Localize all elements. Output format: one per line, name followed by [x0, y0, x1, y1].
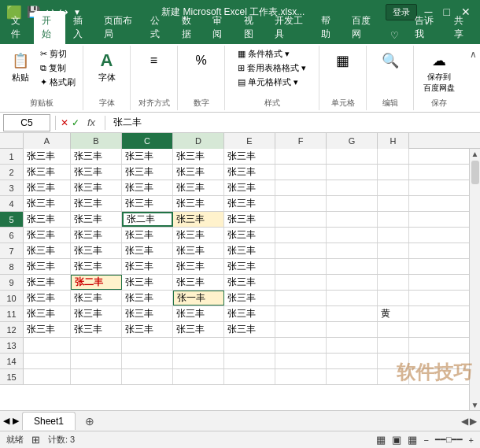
row-header-14[interactable]: 14 [0, 354, 24, 368]
row-header-6[interactable]: 6 [0, 228, 24, 243]
cell-a1[interactable]: 张三丰 [24, 149, 71, 164]
cell-c10[interactable]: 张三丰 [122, 291, 173, 305]
zoom-slider[interactable]: ━━□━━ [435, 435, 463, 445]
cell-h12[interactable] [378, 322, 409, 337]
cell-c14[interactable] [122, 354, 173, 368]
row-header-12[interactable]: 12 [0, 322, 24, 337]
col-header-e[interactable]: E [224, 133, 275, 149]
row-header-7[interactable]: 7 [0, 243, 24, 258]
cell-e1[interactable]: 张三丰 [224, 149, 275, 164]
row-header-5[interactable]: 5 [0, 212, 24, 227]
alignment-button[interactable]: ≡ [138, 47, 170, 74]
cell-c8[interactable]: 张三丰 [122, 259, 173, 274]
cell-e11[interactable]: 张三丰 [224, 306, 275, 321]
cell-f14[interactable] [275, 354, 327, 368]
tab-formula[interactable]: 公式 [142, 11, 173, 44]
cell-d7[interactable]: 张三丰 [173, 243, 224, 258]
number-button[interactable]: % [186, 47, 217, 74]
cell-h8[interactable] [378, 259, 409, 274]
cell-g4[interactable] [327, 196, 378, 211]
row-header-13[interactable]: 13 [0, 338, 24, 353]
formula-input[interactable] [110, 114, 477, 131]
vertical-scrollbar[interactable]: ▲ ▼ [469, 149, 480, 410]
cell-f1[interactable] [275, 149, 327, 164]
sheet-tab-sheet1[interactable]: Sheet1 [22, 412, 76, 430]
cell-a8[interactable]: 张三丰 [24, 259, 71, 274]
cell-g5[interactable] [327, 212, 378, 227]
cell-e15[interactable] [224, 369, 275, 384]
cell-e5[interactable]: 张三丰 [224, 212, 275, 227]
tab-file[interactable]: 文件 [3, 11, 34, 44]
editing-button[interactable]: 🔍 [375, 47, 406, 74]
cell-f12[interactable] [275, 322, 327, 337]
cell-d11[interactable]: 张三丰 [173, 306, 224, 321]
cell-d2[interactable]: 张三丰 [173, 165, 224, 180]
cell-h15[interactable] [378, 369, 409, 384]
cell-a14[interactable] [24, 354, 71, 368]
cell-g15[interactable] [327, 369, 378, 384]
cell-a2[interactable]: 张三丰 [24, 165, 71, 180]
cell-h11[interactable]: 黄 [378, 306, 409, 321]
cell-g11[interactable] [327, 306, 378, 321]
cell-style-button[interactable]: ▤ 单元格样式 ▾ [235, 76, 308, 89]
cell-a10[interactable]: 张三丰 [24, 291, 71, 305]
cell-c2[interactable]: 张三丰 [122, 165, 173, 180]
cell-a13[interactable] [24, 338, 71, 353]
cell-c4[interactable]: 张三丰 [122, 196, 173, 211]
paste-button[interactable]: 📋 粘贴 [5, 47, 36, 86]
tab-insert[interactable]: 插入 [65, 11, 96, 44]
cell-e3[interactable]: 张三丰 [224, 180, 275, 195]
row-header-2[interactable]: 2 [0, 165, 24, 180]
row-header-9[interactable]: 9 [0, 275, 24, 290]
cell-c11[interactable]: 张三丰 [122, 306, 173, 321]
col-header-c[interactable]: C [122, 133, 173, 149]
cell-e14[interactable] [224, 354, 275, 368]
row-header-8[interactable]: 8 [0, 259, 24, 274]
scroll-bar-right[interactable]: ▶ [470, 416, 477, 427]
cell-g2[interactable] [327, 165, 378, 180]
cell-h14[interactable] [378, 354, 409, 368]
cell-e10[interactable]: 张三丰 [224, 291, 275, 305]
page-layout-view-button[interactable]: ▣ [392, 434, 401, 446]
cell-b13[interactable] [71, 338, 122, 353]
tab-baidu[interactable]: 百度网 [344, 11, 382, 44]
tab-data[interactable]: 数据 [174, 11, 205, 44]
cell-f9[interactable] [275, 275, 327, 290]
row-header-10[interactable]: 10 [0, 291, 24, 305]
cell-d8[interactable]: 张三丰 [173, 259, 224, 274]
tab-developer[interactable]: 开发工具 [267, 11, 313, 44]
cell-e2[interactable]: 张三丰 [224, 165, 275, 180]
scroll-down-arrow[interactable]: ▼ [471, 400, 480, 410]
cell-f8[interactable] [275, 259, 327, 274]
cell-f7[interactable] [275, 243, 327, 258]
cell-e8[interactable]: 张三丰 [224, 259, 275, 274]
cell-f5[interactable] [275, 212, 327, 227]
tab-page-layout[interactable]: 页面布局 [96, 11, 142, 44]
cell-a12[interactable]: 张三丰 [24, 322, 71, 337]
cell-c13[interactable] [122, 338, 173, 353]
col-header-d[interactable]: D [173, 133, 224, 149]
tab-home[interactable]: 开始 [34, 11, 65, 44]
cell-g9[interactable] [327, 275, 378, 290]
cell-g13[interactable] [327, 338, 378, 353]
cell-c15[interactable] [122, 369, 173, 384]
cell-e9[interactable]: 张三丰 [224, 275, 275, 290]
cell-b12[interactable]: 张三丰 [71, 322, 122, 337]
cell-f13[interactable] [275, 338, 327, 353]
cell-h5[interactable] [378, 212, 409, 227]
tab-review[interactable]: 审阅 [205, 11, 235, 44]
col-header-f[interactable]: F [275, 133, 327, 149]
row-header-4[interactable]: 4 [0, 196, 24, 211]
col-header-h[interactable]: H [378, 133, 409, 149]
cell-a11[interactable]: 张三丰 [24, 306, 71, 321]
cells-button[interactable]: ▦ [327, 47, 359, 74]
cell-d12[interactable]: 张三丰 [173, 322, 224, 337]
cell-c1[interactable]: 张三丰 [122, 149, 173, 164]
cell-e4[interactable]: 张三丰 [224, 196, 275, 211]
cell-c12[interactable]: 张三丰 [122, 322, 173, 337]
col-header-a[interactable]: A [24, 133, 71, 149]
cell-f10[interactable] [275, 291, 327, 305]
normal-view-button[interactable]: ▦ [376, 434, 386, 446]
cell-d5[interactable]: 张三丰 [173, 212, 224, 227]
table-format-button[interactable]: ⊞ 套用表格格式 ▾ [235, 61, 308, 75]
